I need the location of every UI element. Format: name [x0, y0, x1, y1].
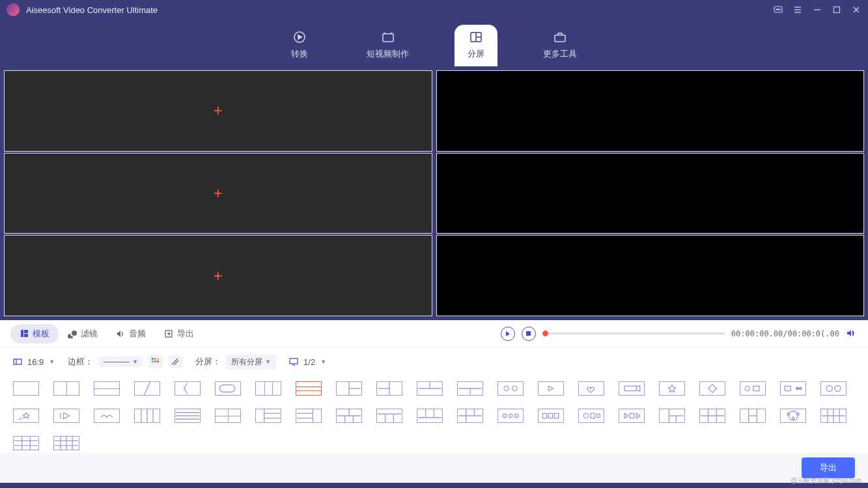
panel-tab-filter[interactable]: 滤镜	[59, 324, 107, 344]
border-color-button[interactable]	[148, 355, 163, 368]
editor-cell-1[interactable]: +	[4, 70, 432, 152]
svg-rect-51	[785, 386, 791, 390]
export-button[interactable]: 导出	[802, 457, 855, 478]
svg-point-53	[799, 387, 802, 390]
template-item[interactable]	[659, 409, 685, 423]
template-item[interactable]	[538, 409, 564, 423]
template-item[interactable]	[417, 381, 443, 396]
options-row: 16:9 ▼ 边框： ▼ 分屏： 所有分屏 ▼ 1/2	[0, 347, 868, 376]
tab-toolbox[interactable]: 更多工具	[530, 25, 590, 66]
template-item[interactable]	[13, 381, 39, 396]
template-item[interactable]	[457, 409, 483, 423]
svg-point-46	[504, 386, 509, 390]
panel-tab-export[interactable]: 导出	[155, 324, 203, 344]
template-item[interactable]	[134, 409, 160, 423]
template-item[interactable]	[175, 409, 201, 423]
tab-collage[interactable]: 分屏	[455, 25, 497, 66]
svg-rect-21	[24, 334, 28, 337]
template-item[interactable]	[619, 381, 645, 396]
split-dropdown[interactable]: 所有分屏 ▼	[226, 355, 276, 370]
template-item[interactable]	[417, 409, 443, 423]
template-item[interactable]	[53, 409, 79, 423]
svg-point-49	[745, 386, 749, 390]
tab-label: 转换	[291, 48, 308, 60]
template-item[interactable]	[497, 409, 524, 423]
stop-button[interactable]	[522, 327, 536, 341]
border-style-dropdown[interactable]: ▼	[98, 357, 143, 367]
editor-cell-2[interactable]: +	[4, 153, 432, 234]
svg-rect-50	[753, 386, 759, 390]
chevron-down-icon: ▼	[132, 359, 138, 365]
template-item[interactable]	[659, 381, 685, 396]
tab-label: 短视频制作	[367, 48, 409, 60]
feedback-icon[interactable]	[773, 5, 783, 15]
template-item[interactable]	[94, 381, 120, 396]
minimize-icon[interactable]	[812, 5, 822, 15]
template-item[interactable]	[255, 381, 281, 396]
template-item[interactable]	[53, 381, 79, 396]
template-item[interactable]	[740, 381, 766, 396]
tab-convert[interactable]: 转换	[278, 25, 321, 66]
tab-mv[interactable]: 短视频制作	[354, 25, 422, 66]
progress-slider[interactable]	[542, 332, 725, 334]
template-item[interactable]	[538, 381, 564, 396]
svg-point-89	[583, 413, 588, 418]
editor-cell-3[interactable]: +	[4, 235, 432, 316]
svg-point-85	[514, 414, 518, 417]
tab-label: 分屏	[468, 48, 484, 60]
collage-icon	[469, 30, 483, 44]
template-item[interactable]	[780, 409, 806, 423]
template-item[interactable]	[13, 409, 39, 423]
nav-tabs: 转换 短视频制作 分屏 更多工具	[0, 20, 868, 66]
template-item[interactable]	[497, 381, 524, 396]
template-item[interactable]	[255, 409, 281, 423]
template-item[interactable]	[336, 381, 362, 396]
panel-tab-template[interactable]: 模板	[10, 324, 59, 344]
svg-rect-18	[555, 35, 565, 42]
template-item[interactable]	[336, 409, 362, 423]
template-item[interactable]	[175, 381, 201, 396]
template-item[interactable]	[296, 409, 322, 423]
template-item[interactable]	[53, 436, 79, 450]
split-label: 分屏：	[195, 356, 221, 368]
play-button[interactable]	[501, 327, 515, 341]
template-item[interactable]	[820, 381, 847, 396]
timecode: 00:00:00.00/00:00:0(.00	[731, 329, 839, 338]
page-value: 1/2	[303, 357, 315, 367]
template-item-selected[interactable]	[296, 381, 322, 396]
page-option[interactable]: 1/2 ▼	[289, 357, 326, 367]
template-item[interactable]	[699, 381, 725, 396]
svg-rect-48	[624, 386, 636, 390]
aspect-dropdown[interactable]: 16:9 ▼	[13, 357, 55, 367]
border-label: 边框：	[68, 356, 93, 368]
watermark: @云帆资源网 yfzyw.com	[791, 476, 861, 485]
template-item[interactable]	[619, 409, 645, 423]
template-item[interactable]	[740, 409, 766, 423]
border-pattern-button[interactable]	[168, 355, 182, 368]
template-item[interactable]	[13, 436, 39, 450]
template-item[interactable]	[215, 409, 241, 423]
menu-icon[interactable]	[792, 5, 803, 15]
template-item[interactable]	[94, 409, 120, 423]
svg-point-3	[779, 9, 780, 10]
maximize-icon[interactable]	[832, 5, 842, 15]
close-icon[interactable]	[851, 5, 861, 15]
svg-rect-28	[157, 358, 159, 360]
template-item[interactable]	[376, 381, 402, 396]
svg-point-104	[792, 417, 794, 420]
template-item[interactable]	[699, 409, 725, 423]
svg-rect-12	[383, 34, 393, 42]
volume-icon[interactable]	[846, 328, 858, 340]
template-item[interactable]	[820, 409, 847, 423]
panel-tab-audio[interactable]: 音频	[107, 324, 155, 344]
work-area: + + +	[0, 66, 868, 320]
template-item[interactable]	[780, 381, 806, 396]
template-item[interactable]	[134, 381, 160, 396]
template-item[interactable]	[376, 409, 402, 423]
template-item[interactable]	[457, 381, 483, 396]
template-item[interactable]	[578, 381, 604, 396]
template-item[interactable]	[578, 409, 604, 423]
convert-icon	[292, 30, 307, 44]
template-item[interactable]	[215, 381, 241, 396]
split-option: 分屏： 所有分屏 ▼	[195, 355, 276, 370]
